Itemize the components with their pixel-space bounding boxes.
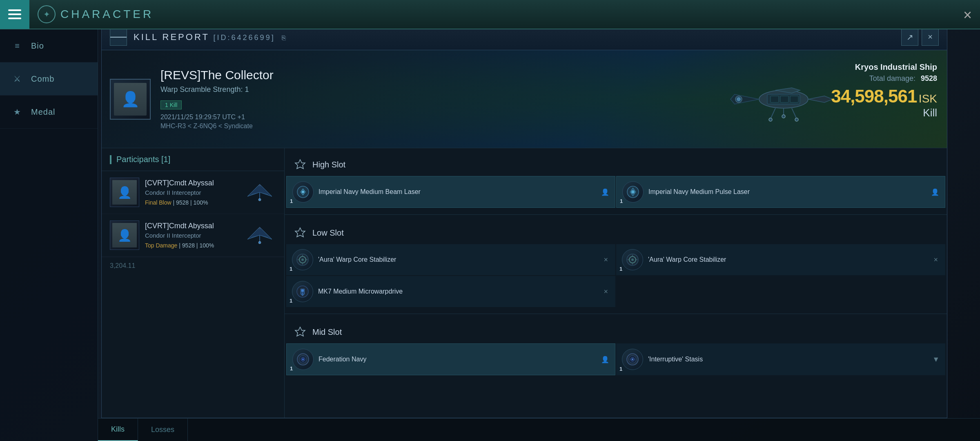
content-area: Participants [1] 👤 [CVRT]Cmdt Abyssal Co… — [102, 148, 947, 418]
item-close-3[interactable]: × — [602, 254, 610, 266]
svg-point-21 — [301, 258, 304, 261]
low-slot-title: Low Slot — [312, 228, 344, 238]
bottom-number: 3,204.11 — [102, 257, 284, 274]
svg-point-24 — [631, 258, 634, 261]
item-count-7: 1 — [619, 366, 622, 372]
item-icon-6 — [292, 349, 314, 370]
item-icon-1 — [292, 181, 314, 203]
item-icon-2 — [622, 181, 644, 203]
kill-type: Kill — [831, 107, 937, 119]
participants-title: Participants [1] — [116, 155, 170, 164]
hamburger-icon — [8, 9, 21, 19]
svg-point-18 — [631, 190, 635, 194]
high-slot-header: High Slot — [285, 153, 947, 176]
vitruvian-icon: ✦ — [38, 5, 56, 23]
participant-ship-img-1 — [243, 180, 276, 205]
item-name-4: 'Aura' Warp Core Stabilizer — [648, 256, 927, 264]
isk-value-row: 34,598,561 ISK — [831, 86, 937, 107]
victim-name: [REVS]The Collector — [160, 68, 274, 82]
svg-point-12 — [795, 118, 798, 121]
copy-icon[interactable]: ⎘ — [282, 34, 287, 41]
item-icon-7 — [622, 349, 643, 370]
sidebar-medal-label: Medal — [31, 107, 55, 117]
kill-report-dialog: KILL REPORT [ID:6426699] ⎘ ↗ × 👤 [REVS]T… — [101, 24, 947, 418]
svg-point-14 — [258, 241, 261, 244]
mid-slot-header: Mid Slot — [285, 321, 947, 343]
svg-point-30 — [302, 359, 304, 360]
svg-rect-2 — [771, 96, 779, 102]
external-link-button[interactable]: ↗ — [901, 29, 918, 46]
low-slot-icon — [293, 225, 307, 240]
svg-point-13 — [258, 198, 261, 201]
svg-point-6 — [737, 98, 740, 101]
app-logo: ✦ CHARACTER — [29, 5, 162, 23]
participant-avatar-2: 👤 — [110, 220, 139, 250]
sidebar: ≡ Bio ⚔ Comb ★ Medal — [0, 29, 98, 441]
slot-item-6: 1 Federation Navy 👤 — [286, 343, 615, 375]
svg-rect-3 — [780, 96, 788, 102]
participant-face-2: 👤 — [112, 223, 137, 247]
kill-count-badge: 1 Kill — [160, 100, 182, 109]
sidebar-item-bio[interactable]: ≡ Bio — [0, 29, 98, 62]
item-icon-4 — [622, 249, 643, 270]
tab-losses[interactable]: Losses — [138, 419, 188, 441]
fit-panel: High Slot 1 Imperial Navy Med — [285, 148, 947, 418]
ship-image — [726, 58, 841, 142]
low-slot-items: 1 'Aura' Warp Core Stabilizer × — [285, 244, 947, 307]
participant-name-2: [CVRT]Cmdt Abyssal — [145, 222, 238, 230]
participant-blow-1: Final Blow | 9528 | 100% — [145, 199, 238, 206]
tab-kills[interactable]: Kills — [98, 419, 138, 441]
participant-info-1: [CVRT]Cmdt Abyssal Condor II Interceptor… — [145, 179, 238, 206]
total-damage-label: Total damage: 9528 — [831, 74, 937, 83]
item-name-3: 'Aura' Warp Core Stabilizer — [318, 256, 597, 264]
kill-banner: 👤 [REVS]The Collector Warp Scramble Stre… — [102, 50, 947, 148]
high-slot-items: 1 Imperial Navy Medium Beam Laser 👤 — [285, 176, 947, 208]
item-name-2: Imperial Navy Medium Pulse Laser — [648, 188, 926, 196]
kill-timestamp: 2021/11/25 19:29:57 UTC +1 — [160, 114, 274, 121]
kill-victim-info: [REVS]The Collector Warp Scramble Streng… — [151, 68, 283, 130]
avatar-face: 👤 — [114, 83, 147, 116]
svg-rect-4 — [790, 96, 798, 102]
item-person-6: 👤 — [601, 356, 609, 363]
slot-item-4: 1 'Aura' Warp Core Stabilizer × — [616, 244, 945, 275]
svg-point-11 — [769, 118, 772, 121]
kill-location: MHC-R3 < Z-6NQ6 < Syndicate — [160, 122, 274, 130]
item-count-4: 1 — [619, 266, 622, 272]
divider-1 — [285, 214, 947, 215]
nav-menu-button[interactable] — [0, 0, 29, 29]
participant-item: 👤 [CVRT]Cmdt Abyssal Condor II Intercept… — [102, 171, 284, 214]
participant-avatar-1: 👤 — [110, 178, 139, 207]
sidebar-item-medal[interactable]: ★ Medal — [0, 96, 98, 129]
high-slot-section: High Slot 1 Imperial Navy Med — [285, 148, 947, 213]
sidebar-combat-label: Comb — [31, 74, 54, 84]
item-close-5[interactable]: × — [602, 286, 610, 298]
dialog-menu-button[interactable] — [110, 29, 127, 46]
item-close-4[interactable]: × — [932, 254, 940, 266]
participant-name-1: [CVRT]Cmdt Abyssal — [145, 179, 238, 187]
close-dialog-button[interactable]: × — [922, 29, 939, 46]
item-person-1: 👤 — [601, 188, 609, 196]
participant-ship-1: Condor II Interceptor — [145, 189, 238, 196]
high-slot-icon — [293, 157, 307, 172]
victim-warp-scramble: Warp Scramble Strength: 1 — [160, 85, 274, 94]
low-slot-header: Low Slot — [285, 221, 947, 244]
svg-point-10 — [782, 115, 785, 118]
mid-slot-items: 1 Federation Navy 👤 — [285, 343, 947, 375]
item-count-5: 1 — [290, 298, 292, 304]
item-count-1: 1 — [290, 198, 293, 204]
item-count-2: 1 — [620, 198, 623, 204]
combat-icon: ⚔ — [10, 71, 24, 86]
sidebar-item-combat[interactable]: ⚔ Comb — [0, 62, 98, 96]
item-count-3: 1 — [290, 266, 292, 272]
participants-panel: Participants [1] 👤 [CVRT]Cmdt Abyssal Co… — [102, 148, 285, 418]
item-person-2: 👤 — [931, 188, 939, 196]
ship-type: Kryos Industrial Ship — [831, 62, 937, 72]
slot-item-3: 1 'Aura' Warp Core Stabilizer × — [286, 244, 615, 275]
kill-victim-avatar: 👤 — [110, 79, 151, 120]
scroll-down-icon[interactable]: ▼ — [932, 355, 940, 364]
participant-info-2: [CVRT]Cmdt Abyssal Condor II Interceptor… — [145, 222, 238, 249]
kill-stats: Kryos Industrial Ship Total damage: 9528… — [831, 62, 937, 119]
dialog-title: KILL REPORT [ID:6426699] ⎘ — [134, 32, 895, 42]
participant-ship-2: Condor II Interceptor — [145, 232, 238, 239]
close-main-button[interactable]: × — [963, 7, 972, 24]
